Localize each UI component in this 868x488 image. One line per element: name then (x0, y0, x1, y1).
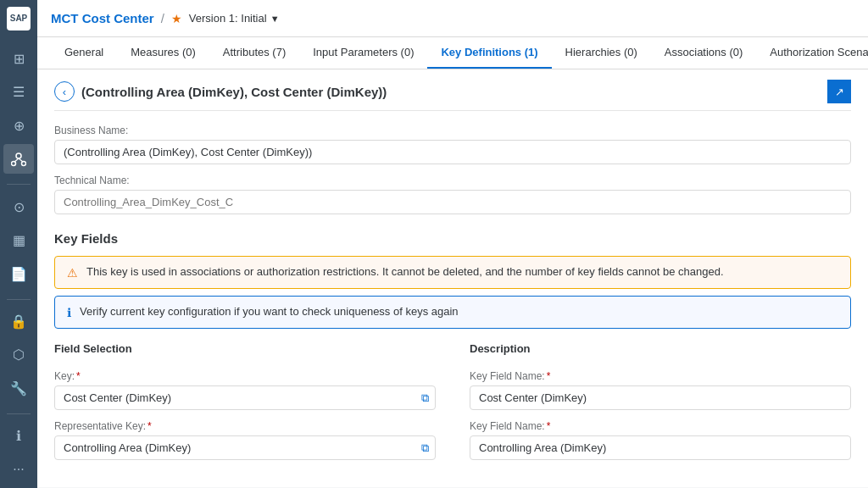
tab-input-parameters[interactable]: Input Parameters (0) (299, 37, 427, 69)
header: MCT Cost Center / ★ Version 1: Initial ▼ (37, 0, 868, 37)
fields-grid: Field Selection Key:* ⧉ (54, 342, 851, 470)
rep-key-input[interactable] (54, 435, 436, 460)
content-area: ‹ (Controlling Area (DimKey), Cost Cente… (37, 69, 868, 488)
rep-key-required: * (147, 420, 152, 432)
kfn1-required: * (547, 370, 551, 382)
version-label: Version 1: Initial (189, 12, 267, 25)
sidebar-item-lock[interactable]: 🔒 (3, 307, 34, 336)
tab-measures[interactable]: Measures (0) (117, 37, 209, 69)
sidebar-item-layers[interactable]: ▦ (3, 225, 34, 255)
sidebar-divider-1 (7, 184, 31, 185)
sidebar-item-docs[interactable]: 📄 (3, 258, 34, 288)
tab-attributes[interactable]: Attributes (7) (209, 37, 299, 69)
svg-line-4 (19, 158, 23, 162)
description-col: Description Key Field Name:* Key Fi (470, 342, 851, 470)
detail-panel: ‹ (Controlling Area (DimKey), Cost Cente… (37, 69, 868, 487)
key-fields-title: Key Fields (54, 231, 851, 246)
sidebar-item-connections[interactable]: ⊙ (3, 191, 34, 221)
business-name-label: Business Name: (54, 125, 851, 136)
key-field-name-input-1[interactable] (470, 385, 851, 410)
tab-general[interactable]: General (51, 37, 117, 69)
warning-text: This key is used in associations or auth… (86, 265, 724, 278)
sidebar-item-more[interactable]: ··· (3, 455, 34, 485)
info-icon: ℹ (67, 306, 71, 319)
technical-name-input[interactable] (54, 190, 851, 214)
business-name-section: Business Name: (54, 125, 851, 164)
sidebar-divider-2 (7, 299, 31, 300)
key-field-label: Key:* (54, 370, 436, 382)
app-logo: SAP (7, 7, 31, 30)
sidebar-item-model[interactable] (3, 144, 34, 174)
svg-point-1 (12, 161, 16, 165)
back-button[interactable]: ‹ (54, 81, 75, 102)
detail-title: (Controlling Area (DimKey), Cost Center … (81, 85, 387, 99)
rep-key-field-label: Representative Key:* (54, 420, 436, 432)
key-field-name-row-2: Key Field Name:* (470, 420, 851, 460)
key-field-name-wrapper-2 (470, 435, 851, 460)
key-field-input-wrapper: ⧉ (54, 385, 436, 410)
svg-point-0 (16, 153, 21, 158)
key-field-input[interactable] (54, 385, 436, 410)
breadcrumb-separator: / (161, 11, 164, 25)
key-field-row: Key:* ⧉ (54, 370, 436, 410)
sidebar-item-package[interactable]: ⬡ (3, 340, 34, 369)
tab-key-definitions[interactable]: Key Definitions (1) (427, 37, 551, 69)
kfn2-required: * (547, 420, 551, 432)
sidebar-item-home[interactable]: ⊞ (3, 44, 34, 74)
technical-name-section: Technical Name: (54, 175, 851, 214)
sidebar-item-info[interactable]: ℹ (3, 421, 34, 451)
key-field-name-wrapper-1 (470, 385, 851, 410)
sidebar: SAP ⊞ ☰ ⊕ ⊙ ▦ 📄 🔒 ⬡ 🔧 ℹ ··· (0, 0, 37, 488)
rep-key-field-row: Representative Key:* ⧉ (54, 420, 436, 460)
info-alert: ℹ Verify current key configuration if yo… (54, 296, 851, 329)
field-selection-col: Field Selection Key:* ⧉ (54, 342, 436, 470)
warning-alert: ⚠ This key is used in associations or au… (54, 256, 851, 289)
main-content: MCT Cost Center / ★ Version 1: Initial ▼… (37, 0, 868, 488)
tab-bar: General Measures (0) Attributes (7) Inpu… (37, 37, 868, 69)
sidebar-item-explore[interactable]: ⊕ (3, 110, 34, 140)
favorite-icon[interactable]: ★ (171, 12, 182, 25)
business-name-input[interactable] (54, 140, 851, 164)
sidebar-divider-3 (7, 413, 31, 414)
version-dropdown-icon[interactable]: ▼ (270, 14, 280, 24)
warning-icon: ⚠ (67, 266, 78, 280)
svg-point-2 (22, 161, 26, 165)
svg-line-3 (14, 158, 19, 162)
app-title[interactable]: MCT Cost Center (51, 11, 154, 25)
key-field-name-label-2: Key Field Name:* (470, 420, 851, 432)
info-text: Verify current key configuration if you … (80, 305, 459, 318)
key-required: * (76, 370, 81, 382)
expand-icon[interactable]: ↗ (827, 80, 851, 103)
tab-hierarchies[interactable]: Hierarchies (0) (552, 37, 651, 69)
field-selection-header: Field Selection (54, 342, 436, 360)
key-field-name-label-1: Key Field Name:* (470, 370, 851, 382)
rep-key-link-icon[interactable]: ⧉ (421, 441, 429, 455)
technical-name-label: Technical Name: (54, 175, 851, 186)
sidebar-item-wrench[interactable]: 🔧 (3, 374, 34, 403)
sidebar-item-menu[interactable]: ☰ (3, 77, 34, 107)
key-field-name-input-2[interactable] (470, 435, 851, 460)
key-field-name-row-1: Key Field Name:* (470, 370, 851, 410)
rep-key-input-wrapper: ⧉ (54, 435, 436, 460)
detail-header: ‹ (Controlling Area (DimKey), Cost Cente… (54, 80, 851, 111)
tab-auth-scenarios[interactable]: Authorization Scenarios (0) (756, 37, 868, 69)
version-selector[interactable]: Version 1: Initial ▼ (189, 12, 280, 25)
key-field-link-icon[interactable]: ⧉ (421, 391, 429, 405)
tab-associations[interactable]: Associations (0) (651, 37, 756, 69)
description-header: Description (470, 342, 851, 360)
